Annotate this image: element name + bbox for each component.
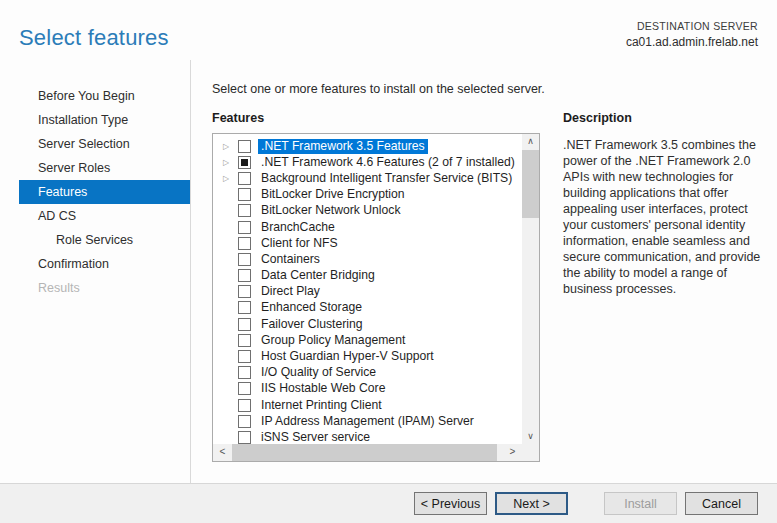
feature-checkbox[interactable] <box>238 399 251 412</box>
feature-row: Internet Printing Client <box>213 397 522 413</box>
feature-label[interactable]: Direct Play <box>258 284 323 299</box>
feature-checkbox[interactable] <box>238 318 251 331</box>
feature-row: BranchCache <box>213 219 522 235</box>
wizard-footer: < Previous Next > Install Cancel <box>0 483 777 523</box>
feature-row: iSNS Server service <box>213 429 522 444</box>
feature-row: Data Center Bridging <box>213 268 522 284</box>
feature-checkbox[interactable] <box>238 334 251 347</box>
wizard-header: Select features DESTINATION SERVER ca01.… <box>0 0 777 60</box>
features-list: ▷.NET Framework 3.5 Features▷.NET Framew… <box>213 134 522 444</box>
feature-label[interactable]: Internet Printing Client <box>258 398 385 413</box>
next-button[interactable]: Next > <box>495 492 568 515</box>
feature-checkbox[interactable] <box>238 172 251 185</box>
scroll-right-icon[interactable]: > <box>505 444 520 461</box>
feature-label[interactable]: iSNS Server service <box>258 430 373 444</box>
feature-checkbox[interactable] <box>238 204 251 217</box>
page-title: Select features <box>19 0 169 51</box>
feature-row: ▷.NET Framework 3.5 Features <box>213 138 522 154</box>
previous-button[interactable]: < Previous <box>414 492 487 515</box>
feature-row: Group Policy Management <box>213 332 522 348</box>
sidebar-item-installation-type[interactable]: Installation Type <box>19 108 190 132</box>
feature-checkbox[interactable] <box>238 285 251 298</box>
install-button: Install <box>604 492 677 515</box>
feature-row: ▷.NET Framework 4.6 Features (2 of 7 ins… <box>213 154 522 170</box>
feature-label[interactable]: Client for NFS <box>258 236 341 251</box>
feature-label[interactable]: .NET Framework 4.6 Features (2 of 7 inst… <box>258 155 518 170</box>
feature-label[interactable]: BranchCache <box>258 220 338 235</box>
feature-checkbox[interactable] <box>238 269 251 282</box>
feature-checkbox[interactable] <box>238 237 251 250</box>
sidebar-item-ad-cs[interactable]: AD CS <box>19 204 190 228</box>
feature-checkbox[interactable] <box>238 415 251 428</box>
feature-row: Containers <box>213 251 522 267</box>
description-label: Description <box>563 111 768 125</box>
sidebar-item-before-you-begin[interactable]: Before You Begin <box>19 84 190 108</box>
wizard-steps-nav: Before You BeginInstallation TypeServer … <box>0 60 191 483</box>
feature-checkbox[interactable] <box>238 382 251 395</box>
feature-checkbox[interactable] <box>238 221 251 234</box>
sidebar-item-confirmation[interactable]: Confirmation <box>19 252 190 276</box>
feature-checkbox[interactable] <box>238 366 251 379</box>
feature-label[interactable]: Host Guardian Hyper-V Support <box>258 349 437 364</box>
scroll-down-icon[interactable]: ∨ <box>522 429 539 444</box>
add-roles-features-wizard: Select features DESTINATION SERVER ca01.… <box>0 0 777 523</box>
description-text: .NET Framework 3.5 combines the power of… <box>563 137 768 297</box>
cancel-button[interactable]: Cancel <box>685 492 758 515</box>
feature-label[interactable]: Background Intelligent Transfer Service … <box>258 171 515 186</box>
expand-arrow-icon[interactable]: ▷ <box>221 174 238 183</box>
feature-row: I/O Quality of Service <box>213 365 522 381</box>
feature-checkbox[interactable] <box>238 156 251 169</box>
feature-label[interactable]: IP Address Management (IPAM) Server <box>258 414 477 429</box>
scroll-left-icon[interactable]: < <box>215 444 230 461</box>
feature-row: Host Guardian Hyper-V Support <box>213 348 522 364</box>
feature-checkbox[interactable] <box>238 350 251 363</box>
expand-arrow-icon[interactable]: ▷ <box>221 142 238 151</box>
expand-arrow-icon[interactable]: ▷ <box>221 158 238 167</box>
feature-row: Client for NFS <box>213 235 522 251</box>
feature-checkbox[interactable] <box>238 140 251 153</box>
feature-checkbox[interactable] <box>238 301 251 314</box>
feature-row: ▷Background Intelligent Transfer Service… <box>213 170 522 186</box>
horizontal-scroll-thumb[interactable] <box>232 444 497 461</box>
feature-row: IIS Hostable Web Core <box>213 381 522 397</box>
destination-server-name: ca01.ad.admin.frelab.net <box>626 36 758 48</box>
wizard-steps: Before You BeginInstallation TypeServer … <box>0 84 190 300</box>
feature-label[interactable]: BitLocker Network Unlock <box>258 203 404 218</box>
destination-server-label: DESTINATION SERVER <box>626 21 758 32</box>
sidebar-item-role-services[interactable]: Role Services <box>19 228 190 252</box>
features-columns: Features ▷.NET Framework 3.5 Features▷.N… <box>212 111 768 462</box>
feature-label[interactable]: Containers <box>258 252 323 267</box>
wizard-content: Before You BeginInstallation TypeServer … <box>0 60 777 483</box>
feature-label[interactable]: Failover Clustering <box>258 317 366 332</box>
sidebar-item-results: Results <box>19 276 190 300</box>
feature-label[interactable]: Group Policy Management <box>258 333 408 348</box>
features-list-label: Features <box>212 111 540 125</box>
partial-check-mark <box>241 159 248 166</box>
page-instruction: Select one or more features to install o… <box>212 82 768 96</box>
sidebar-item-server-roles[interactable]: Server Roles <box>19 156 190 180</box>
feature-checkbox[interactable] <box>238 188 251 201</box>
feature-label[interactable]: I/O Quality of Service <box>258 365 379 380</box>
vertical-scrollbar[interactable]: ∧ ∨ <box>522 134 539 444</box>
feature-label[interactable]: Enhanced Storage <box>258 300 365 315</box>
feature-row: IP Address Management (IPAM) Server <box>213 413 522 429</box>
scrollbar-corner <box>522 444 539 461</box>
vertical-scroll-thumb[interactable] <box>522 150 539 218</box>
features-listbox: ▷.NET Framework 3.5 Features▷.NET Framew… <box>212 133 540 462</box>
feature-label[interactable]: IIS Hostable Web Core <box>258 381 388 396</box>
feature-label[interactable]: Data Center Bridging <box>258 268 378 283</box>
sidebar-item-server-selection[interactable]: Server Selection <box>19 132 190 156</box>
scroll-up-icon[interactable]: ∧ <box>522 134 539 149</box>
destination-server-block: DESTINATION SERVER ca01.ad.admin.frelab.… <box>626 0 758 48</box>
feature-label[interactable]: BitLocker Drive Encryption <box>258 187 408 202</box>
feature-row: Failover Clustering <box>213 316 522 332</box>
sidebar-item-features[interactable]: Features <box>19 180 190 204</box>
feature-row: BitLocker Drive Encryption <box>213 187 522 203</box>
feature-checkbox[interactable] <box>238 431 251 444</box>
feature-checkbox[interactable] <box>238 253 251 266</box>
feature-label[interactable]: .NET Framework 3.5 Features <box>258 139 428 154</box>
feature-row: Enhanced Storage <box>213 300 522 316</box>
description-column: Description .NET Framework 3.5 combines … <box>563 111 768 462</box>
feature-row: BitLocker Network Unlock <box>213 203 522 219</box>
horizontal-scrollbar[interactable]: < > <box>213 444 522 461</box>
